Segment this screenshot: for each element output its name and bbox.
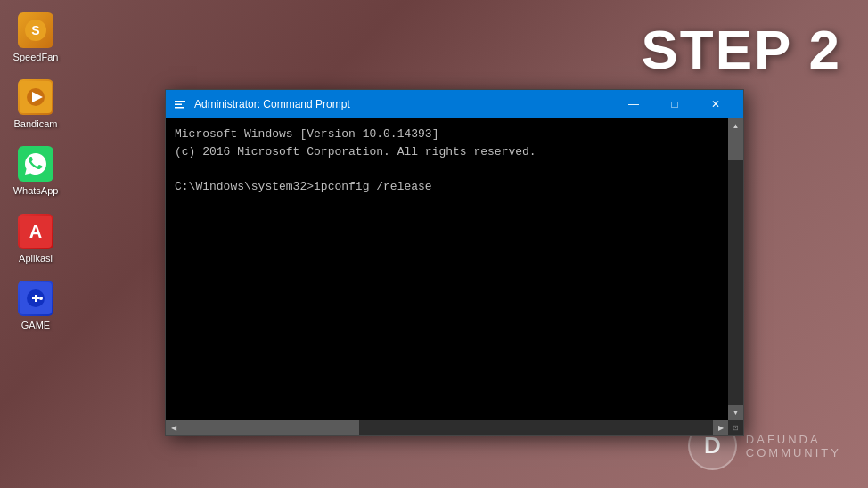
svg-rect-16 xyxy=(175,107,184,109)
cmd-line-4: C:\Windows\system32>ipconfig /release xyxy=(175,178,719,196)
desktop-icon-game[interactable]: GAME xyxy=(4,277,68,335)
speedfan-icon: S xyxy=(18,12,53,48)
cmd-vertical-scrollbar[interactable]: ▲ ▼ xyxy=(728,118,743,420)
scrollbar-up-arrow[interactable]: ▲ xyxy=(728,118,743,134)
scrollbar-track xyxy=(728,134,743,405)
game-icon xyxy=(18,281,53,316)
cmd-output[interactable]: Microsoft Windows [Version 10.0.14393] (… xyxy=(166,118,728,420)
desktop-icon-aplikasi[interactable]: A Aplikasi xyxy=(4,210,68,268)
cmd-title-text: Administrator: Command Prompt xyxy=(194,98,613,110)
desktop-icon-whatsapp[interactable]: WhatsApp xyxy=(4,142,68,200)
cmd-body: Microsoft Windows [Version 10.0.14393] (… xyxy=(166,118,743,420)
step-label: STEP 2 xyxy=(641,18,841,81)
cmd-titlebar-buttons: — □ ✕ xyxy=(613,90,736,118)
svg-point-12 xyxy=(39,297,43,300)
hscroll-thumb[interactable] xyxy=(181,420,359,435)
desktop-icon-bandicam[interactable]: Bandicam xyxy=(4,76,68,134)
aplikasi-label: Aplikasi xyxy=(19,253,53,264)
watermark-brand-sub: COMMUNITY xyxy=(746,446,841,460)
scrollbar-down-arrow[interactable]: ▼ xyxy=(728,405,743,420)
bandicam-icon xyxy=(18,79,53,115)
cmd-maximize-button[interactable]: □ xyxy=(654,90,695,118)
cmd-minimize-button[interactable]: — xyxy=(613,90,654,118)
hscroll-size-box: ⊡ xyxy=(728,420,743,435)
svg-text:A: A xyxy=(29,222,42,241)
cmd-horizontal-scrollbar[interactable]: ◀ ▶ ⊡ xyxy=(166,420,743,435)
svg-text:S: S xyxy=(31,23,39,37)
hscroll-left-arrow[interactable]: ◀ xyxy=(166,420,181,435)
whatsapp-icon xyxy=(18,146,53,182)
hscroll-right-arrow[interactable]: ▶ xyxy=(713,420,728,435)
bandicam-label: Bandicam xyxy=(14,118,58,130)
hscroll-track xyxy=(181,420,713,435)
svg-rect-14 xyxy=(175,101,185,102)
speedfan-label: SpeedFan xyxy=(13,52,59,63)
desktop-icon-speedfan[interactable]: S SpeedFan xyxy=(4,9,68,67)
aplikasi-icon: A xyxy=(18,214,53,249)
scrollbar-thumb[interactable] xyxy=(728,134,743,160)
game-label: GAME xyxy=(21,320,50,331)
svg-rect-15 xyxy=(175,104,182,106)
cmd-line-2: (c) 2016 Microsoft Corporation. All righ… xyxy=(175,143,719,161)
whatsapp-label: WhatsApp xyxy=(13,185,59,197)
svg-rect-11 xyxy=(35,295,37,302)
cmd-close-button[interactable]: ✕ xyxy=(695,90,736,118)
cmd-window: Administrator: Command Prompt — □ ✕ Micr… xyxy=(165,89,744,436)
watermark-brand-name: DAFUNDA xyxy=(746,433,841,446)
watermark-brand: DAFUNDA COMMUNITY xyxy=(746,433,841,460)
cmd-titlebar[interactable]: Administrator: Command Prompt — □ ✕ xyxy=(166,90,743,118)
cmd-line-3 xyxy=(175,160,719,178)
cmd-window-icon xyxy=(173,97,187,111)
cmd-line-1: Microsoft Windows [Version 10.0.14393] xyxy=(175,126,719,143)
desktop-icons-sidebar: S SpeedFan Bandicam WhatsApp xyxy=(0,0,71,488)
